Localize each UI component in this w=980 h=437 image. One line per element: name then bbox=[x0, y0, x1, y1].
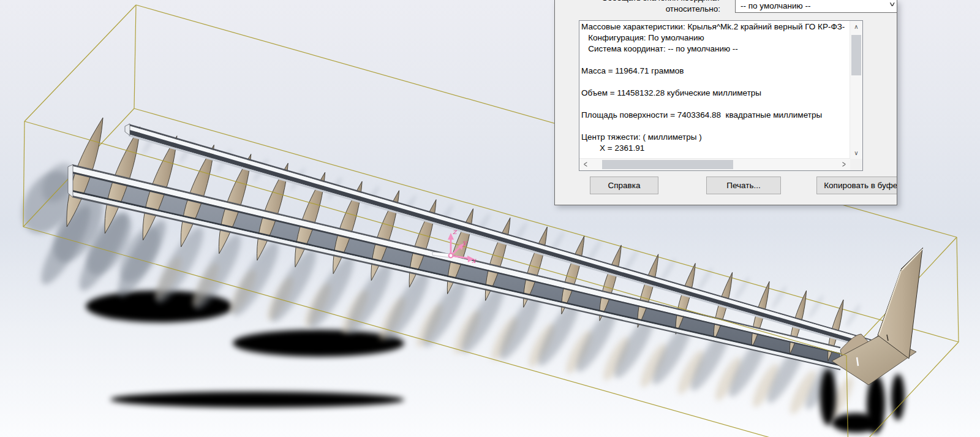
scrollbar-corner bbox=[850, 159, 862, 170]
coordinate-system-value: -- по умолчанию -- bbox=[741, 2, 810, 10]
scroll-right-icon[interactable]: > bbox=[838, 156, 850, 173]
dropdown-chevron-icon[interactable]: ∨ bbox=[888, 1, 895, 7]
scroll-up-icon[interactable]: ∧ bbox=[850, 21, 862, 32]
ground-shadow bbox=[844, 303, 863, 329]
mass-report-text: Массовые характеристики: Крылья^Mk.2 кра… bbox=[581, 21, 849, 158]
copy-to-clipboard-button[interactable]: Копировать в буфер bbox=[816, 177, 897, 194]
horizontal-scrollbar[interactable]: < > bbox=[579, 158, 850, 170]
spar-end-cap bbox=[68, 165, 73, 198]
mass-report-textarea[interactable]: Массовые характеристики: Крылья^Mk.2 кра… bbox=[579, 20, 863, 171]
report-relative-label-line2: относительно: bbox=[666, 4, 720, 13]
print-button[interactable]: Печать... bbox=[706, 177, 781, 194]
scroll-left-icon[interactable]: < bbox=[579, 156, 592, 173]
cad-viewport-stage: z y x Сообщать значения координат относи… bbox=[0, 0, 980, 437]
ground-shadow bbox=[770, 284, 789, 310]
help-button[interactable]: Справка bbox=[590, 177, 658, 194]
vertical-scrollbar[interactable]: ∧ ∨ bbox=[850, 21, 862, 159]
coordinate-system-select[interactable]: -- по умолчанию -- ∨ bbox=[735, 0, 897, 13]
horizontal-scroll-thumb[interactable] bbox=[602, 160, 733, 169]
wing-tip-assembly bbox=[832, 248, 923, 385]
rail-end-cap bbox=[125, 124, 130, 135]
mass-properties-dialog: Сообщать значения координат относительно… bbox=[554, 0, 897, 205]
vertical-scroll-thumb[interactable] bbox=[851, 35, 861, 75]
ground-shadow bbox=[233, 330, 404, 357]
ground-shadow bbox=[110, 392, 404, 408]
ground-shadow bbox=[891, 374, 905, 420]
ground-shadow bbox=[807, 294, 826, 319]
scroll-down-icon[interactable]: ∨ bbox=[850, 147, 862, 159]
ground-shadow bbox=[733, 275, 752, 301]
report-relative-label-line1: Сообщать значения координат bbox=[601, 0, 720, 2]
